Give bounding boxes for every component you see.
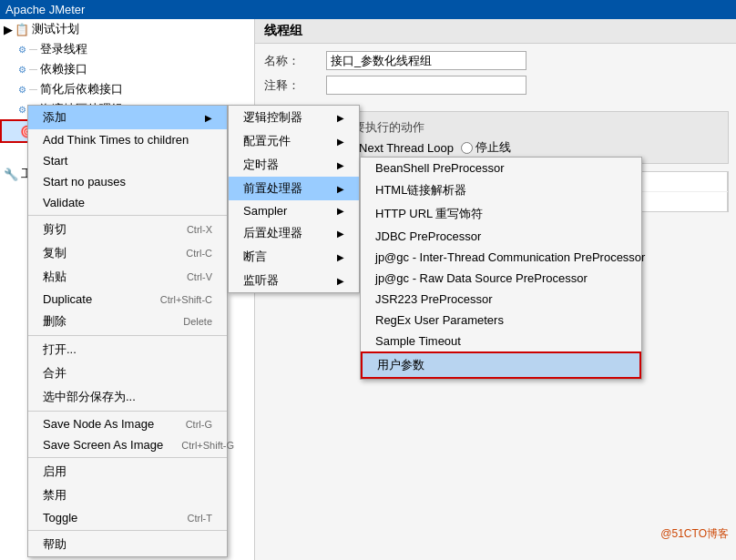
menu-save-sel-label: 选中部分保存为... — [43, 389, 136, 405]
submenu-preproc-label: 前置处理器 — [243, 180, 302, 197]
submenu-config[interactable]: 配置元件 — [229, 129, 359, 153]
separator-4 — [28, 457, 227, 458]
menu-item-toggle[interactable]: Toggle Ctrl-T — [28, 507, 227, 528]
menu-item-validate[interactable]: Validate — [28, 192, 227, 213]
separator-2 — [28, 335, 227, 336]
save-node-shortcut: Ctrl-G — [186, 419, 212, 430]
menu-item-start[interactable]: Start — [28, 150, 227, 171]
comment-input[interactable] — [326, 76, 526, 95]
paste-shortcut: Ctrl-V — [187, 271, 212, 282]
menu-think-label: Add Think Times to children — [43, 133, 189, 147]
tree-item-label: 登录线程 — [40, 41, 87, 57]
submenu-user-params[interactable]: 用户参数 — [361, 351, 641, 379]
submenu-logic-controller[interactable]: 逻辑控制器 — [229, 106, 359, 129]
menu-start-no-pause-label: Start no pauses — [43, 175, 126, 188]
submenu-timer[interactable]: 定时器 — [229, 153, 359, 177]
submenu-jpgc-raw[interactable]: jp@gc - Raw Data Source PreProcessor — [361, 268, 641, 289]
regex-user-label: RegEx User Parameters — [375, 313, 504, 327]
menu-item-duplicate[interactable]: Duplicate Ctrl+Shift-C — [28, 289, 227, 310]
submenu-jpgc-inter[interactable]: jp@gc - Inter-Thread Communication PrePr… — [361, 247, 641, 268]
submenu-preprocessor-list: BeanShell PreProcessor HTML链接解析器 HTTP UR… — [360, 157, 642, 380]
menu-item-save-screen[interactable]: Save Screen As Image Ctrl+Shift-G — [28, 434, 227, 455]
sample-timeout-label: Sample Timeout — [375, 334, 461, 348]
tree-item-label: 简化后依赖接口 — [40, 81, 123, 97]
thread-icon: ⚙ — [18, 85, 26, 95]
tree-item-simple[interactable]: ⚙ — 简化后依赖接口 — [0, 79, 254, 99]
name-row: 名称： — [264, 51, 727, 70]
menu-paste-label: 粘贴 — [43, 269, 66, 285]
name-input[interactable] — [326, 51, 526, 70]
menu-add-label: 添加 — [43, 109, 66, 126]
submenu-sampler[interactable]: Sampler — [229, 200, 359, 221]
submenu-html-link[interactable]: HTML链接解析器 — [361, 178, 641, 202]
submenu-beanshell[interactable]: BeanShell PreProcessor — [361, 158, 641, 178]
jsr223-label: JSR223 PreProcessor — [375, 292, 493, 306]
menu-merge-label: 合并 — [43, 365, 66, 382]
menu-item-save-node[interactable]: Save Node As Image Ctrl-G — [28, 413, 227, 434]
expand-icon: ▶ — [4, 23, 13, 36]
submenu-logic-label: 逻辑控制器 — [243, 109, 302, 126]
menu-item-delete[interactable]: 删除 Delete — [28, 310, 227, 333]
delete-shortcut: Delete — [183, 316, 212, 327]
panel-form: 名称： 注释： — [255, 44, 736, 107]
panel-title: 线程组 — [255, 19, 736, 44]
menu-item-think-times[interactable]: Add Think Times to children — [28, 129, 227, 150]
submenu-config-label: 配置元件 — [243, 133, 291, 149]
tree-item-test-plan[interactable]: ▶ 📋 测试计划 — [0, 19, 254, 39]
menu-validate-label: Validate — [43, 196, 85, 209]
menu-help-label: 帮助 — [43, 536, 66, 553]
menu-item-save-selected[interactable]: 选中部分保存为... — [28, 385, 227, 409]
cut-shortcut: Ctrl-X — [187, 224, 212, 235]
submenu-sample-timeout[interactable]: Sample Timeout — [361, 331, 641, 351]
menu-item-merge[interactable]: 合并 — [28, 361, 227, 385]
user-params-label: 用户参数 — [377, 357, 424, 373]
submenu-jdbc[interactable]: JDBC PreProcessor — [361, 226, 641, 247]
menu-toggle-label: Toggle — [43, 511, 77, 524]
menu-delete-label: 删除 — [43, 313, 66, 330]
plan-icon: 📋 — [15, 23, 29, 36]
menu-item-open[interactable]: 打开... — [28, 338, 227, 361]
html-link-label: HTML链接解析器 — [375, 182, 466, 199]
watermark: @51CTO博客 — [660, 526, 729, 542]
radio-stop-input[interactable] — [461, 142, 473, 154]
menu-item-add[interactable]: 添加 — [28, 106, 227, 129]
menu-disable-label: 禁用 — [43, 487, 66, 504]
submenu-http-url[interactable]: HTTP URL 重写饰符 — [361, 202, 641, 226]
menu-copy-label: 复制 — [43, 245, 66, 261]
separator-1 — [28, 215, 227, 216]
submenu-add: 逻辑控制器 配置元件 定时器 前置处理器 Sampler 后置处理器 断言 监听… — [228, 105, 360, 293]
tree-item-label: 依赖接口 — [40, 61, 87, 77]
workbench-icon: 🔧 — [4, 168, 18, 181]
toggle-shortcut: Ctrl-T — [188, 513, 213, 524]
menu-item-start-no-pauses[interactable]: Start no pauses — [28, 171, 227, 192]
menu-item-copy[interactable]: 复制 Ctrl-C — [28, 241, 227, 265]
title-text: Apache JMeter — [5, 3, 85, 16]
menu-save-node-label: Save Node As Image — [43, 417, 154, 431]
menu-item-disable[interactable]: 禁用 — [28, 484, 227, 507]
tree-item-rely[interactable]: ⚙ — 依赖接口 — [0, 59, 254, 79]
copy-shortcut: Ctrl-C — [186, 248, 212, 259]
submenu-assertion[interactable]: 断言 — [229, 245, 359, 269]
submenu-postprocessor[interactable]: 后置处理器 — [229, 221, 359, 245]
submenu-regex-user[interactable]: RegEx User Parameters — [361, 310, 641, 331]
submenu-timer-label: 定时器 — [243, 157, 279, 173]
menu-item-enable[interactable]: 启用 — [28, 460, 227, 484]
comment-row: 注释： — [264, 76, 727, 95]
menu-item-cut[interactable]: 剪切 Ctrl-X — [28, 218, 227, 241]
submenu-listener[interactable]: 监听器 — [229, 269, 359, 292]
jpgc-raw-label: jp@gc - Raw Data Source PreProcessor — [375, 271, 588, 285]
menu-save-screen-label: Save Screen As Image — [43, 438, 163, 452]
menu-item-paste[interactable]: 粘贴 Ctrl-V — [28, 265, 227, 289]
dup-shortcut: Ctrl+Shift-C — [160, 294, 212, 305]
radio-stop: 停止线 — [461, 139, 511, 156]
thread-icon: ⚙ — [18, 105, 26, 115]
separator-3 — [28, 411, 227, 412]
submenu-preprocessor[interactable]: 前置处理器 — [229, 177, 359, 200]
tree-item-login[interactable]: ⚙ — 登录线程 — [0, 39, 254, 59]
submenu-jsr223[interactable]: JSR223 PreProcessor — [361, 289, 641, 310]
submenu-assertion-label: 断言 — [243, 249, 267, 265]
main-window: Apache JMeter ▶ 📋 测试计划 ⚙ — 登录线程 ⚙ — 依赖接口 — [0, 0, 736, 560]
thread-icon: ⚙ — [18, 45, 26, 55]
menu-item-help[interactable]: 帮助 — [28, 533, 227, 556]
separator-5 — [28, 530, 227, 531]
